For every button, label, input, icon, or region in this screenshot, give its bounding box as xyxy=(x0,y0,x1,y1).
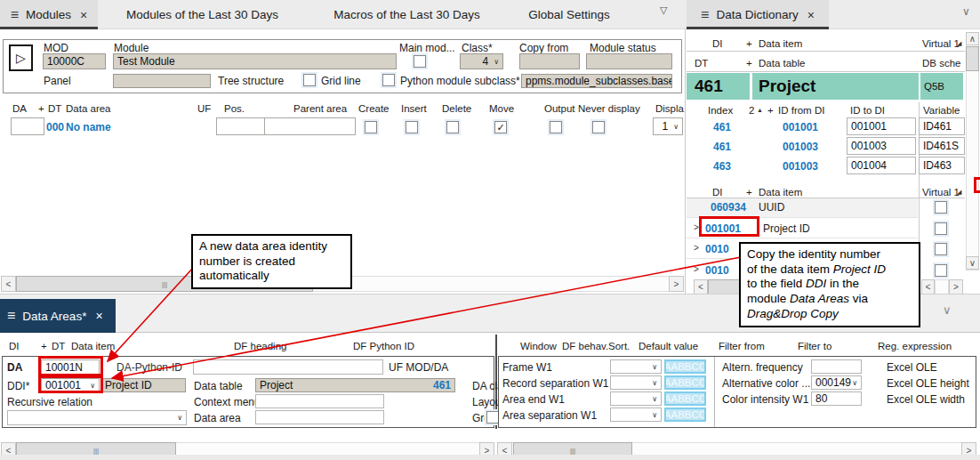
variable-cell[interactable]: ID461 xyxy=(919,117,965,135)
plus-icon[interactable]: + xyxy=(767,105,774,116)
da-cell-input[interactable] xyxy=(11,117,44,135)
selected-table-schema-cell[interactable]: Q5B xyxy=(920,73,963,100)
insert-checkbox[interactable] xyxy=(406,121,418,133)
delete-checkbox[interactable] xyxy=(446,121,459,133)
frame-w1-color-field[interactable]: AABBCC xyxy=(664,359,706,374)
sort-asc-icon[interactable]: ▲ xyxy=(757,107,763,113)
main-mod-checkbox[interactable] xyxy=(414,55,426,68)
python-subclass-field[interactable]: ppms.module_subclasses.base_clas xyxy=(521,74,672,88)
area-separation-w1-color-field[interactable]: AABBCC xyxy=(664,408,706,422)
da-python-id-field[interactable] xyxy=(193,359,383,375)
selected-table-name-cell[interactable]: Project xyxy=(752,73,919,100)
run-module-button[interactable]: ▷ xyxy=(9,44,33,71)
class-dropdown[interactable]: 4 ∨ xyxy=(460,53,503,69)
id-to-di-cell[interactable]: 001001 xyxy=(847,117,916,135)
record-separation-w1-color-field[interactable]: AABBCC xyxy=(664,375,706,390)
id-from-di[interactable]: 001003 xyxy=(775,141,818,153)
grid-line-checkbox[interactable] xyxy=(303,74,316,86)
scroll-left-button[interactable]: < xyxy=(921,279,935,295)
id-to-di-cell[interactable]: 001004 xyxy=(847,157,916,174)
recursive-relation-dropdown[interactable]: ∨ xyxy=(7,410,187,425)
module-field[interactable]: Test Module xyxy=(113,53,397,69)
expand-icon[interactable]: > xyxy=(694,222,699,232)
expand-icon[interactable]: > xyxy=(694,264,699,274)
virtual-checkbox[interactable] xyxy=(935,222,947,235)
index-id[interactable]: 461 xyxy=(699,141,731,153)
variable-cell[interactable]: ID463 xyxy=(919,157,965,174)
item-id[interactable]: 060934 xyxy=(711,201,746,214)
color-intensity-field[interactable]: 80 xyxy=(811,391,862,406)
menu-icon[interactable]: ≡ xyxy=(701,8,709,22)
virtual-checkbox[interactable] xyxy=(935,201,947,214)
plus-icon[interactable]: + xyxy=(746,38,752,49)
tab-modules-last-30-days[interactable]: Modules of the Last 30 Days xyxy=(98,0,307,29)
item-name[interactable]: Project ID xyxy=(763,222,810,235)
scroll-right-button[interactable]: > xyxy=(669,276,684,292)
panel-field[interactable] xyxy=(113,74,211,88)
module-status-field[interactable] xyxy=(586,53,672,69)
tab-data-areas[interactable]: ≡ Data Areas* × xyxy=(0,299,116,333)
id-to-di-value: 001004 xyxy=(851,159,887,172)
area-separation-w1-dropdown[interactable]: ∨ xyxy=(610,408,662,422)
plus-icon[interactable]: + xyxy=(41,341,47,351)
index-id[interactable]: 463 xyxy=(699,160,731,173)
panel-collapse-icon[interactable]: ∨ xyxy=(962,5,970,18)
item-id[interactable]: 0010 xyxy=(705,243,729,255)
area-end-w1-color-field[interactable]: AABBCC xyxy=(664,391,706,406)
close-icon[interactable]: × xyxy=(95,310,102,322)
scroll-left-button[interactable]: < xyxy=(1,276,16,292)
expand-icon[interactable]: > xyxy=(694,243,699,253)
panel-collapse-icon[interactable]: ∨ xyxy=(943,303,952,317)
ddi-dropdown[interactable]: 001001 ∨ xyxy=(41,378,100,392)
record-separation-w1-dropdown[interactable]: ∨ xyxy=(610,375,662,390)
id-from-di[interactable]: 001003 xyxy=(775,160,818,173)
parent-area-cell-input[interactable] xyxy=(264,117,356,135)
python-subclass-checkbox[interactable] xyxy=(382,74,395,86)
scroll-thumb[interactable] xyxy=(966,46,979,71)
data-area-name[interactable]: No name xyxy=(66,121,111,133)
close-icon[interactable]: × xyxy=(80,9,87,21)
variable-cell[interactable]: ID461S xyxy=(919,137,965,155)
tab-overflow-icon[interactable]: ▽ xyxy=(660,4,667,16)
da-field[interactable]: 10001N xyxy=(41,359,100,375)
altern-frequency-field[interactable] xyxy=(811,359,862,374)
pos-cell-input[interactable] xyxy=(216,117,265,135)
item-name[interactable]: UUID xyxy=(759,201,784,214)
item-id[interactable]: 0010 xyxy=(705,264,729,277)
index-id[interactable]: 461 xyxy=(699,121,731,133)
data-area-field[interactable] xyxy=(255,410,384,424)
scroll-down-button[interactable]: ∨ xyxy=(966,256,979,270)
menu-icon[interactable]: ≡ xyxy=(11,8,19,22)
tab-macros-last-30-days[interactable]: Macros of the Last 30 Days xyxy=(307,0,507,29)
scroll-right-button[interactable]: > xyxy=(949,279,963,295)
plus-icon[interactable]: + xyxy=(38,103,44,114)
scroll-left-button[interactable]: < xyxy=(694,279,708,295)
selected-table-id-cell[interactable]: 461 xyxy=(687,73,750,100)
virtual-checkbox[interactable] xyxy=(935,243,947,255)
item-id[interactable]: 001001 xyxy=(705,222,741,235)
mod-field[interactable]: 10000C xyxy=(43,53,106,69)
close-icon[interactable]: × xyxy=(807,9,815,21)
output-checkbox[interactable] xyxy=(550,121,562,133)
menu-icon[interactable]: ≡ xyxy=(7,309,15,323)
alternative-color-dropdown[interactable]: 000149 ∨ xyxy=(811,375,862,390)
plus-icon[interactable]: + xyxy=(746,187,752,198)
tab-global-settings[interactable]: Global Settings xyxy=(507,0,631,29)
id-from-di[interactable]: 001001 xyxy=(775,121,818,133)
virtual-hscrollbar[interactable] xyxy=(935,279,949,295)
plus-icon[interactable]: + xyxy=(746,58,752,69)
copy-from-field[interactable] xyxy=(519,53,580,69)
tab-data-dictionary[interactable]: ≡ Data Dictionary × xyxy=(687,0,829,29)
context-menu-field[interactable] xyxy=(255,394,384,408)
grouping-checkbox[interactable] xyxy=(486,411,499,424)
scroll-up-button[interactable]: ∧ xyxy=(966,32,979,45)
create-checkbox[interactable] xyxy=(365,121,377,133)
id-to-di-cell[interactable]: 001003 xyxy=(847,137,916,155)
tab-modules[interactable]: ≡ Modules × xyxy=(0,0,98,29)
area-end-w1-dropdown[interactable]: ∨ xyxy=(610,391,662,406)
move-checkbox[interactable]: ✓ xyxy=(494,121,507,133)
display-dropdown[interactable]: 1 ∨ xyxy=(653,117,683,135)
frame-w1-dropdown[interactable]: ∨ xyxy=(610,359,662,374)
never-display-checkbox[interactable] xyxy=(592,121,605,133)
virtual-checkbox[interactable] xyxy=(935,264,947,277)
